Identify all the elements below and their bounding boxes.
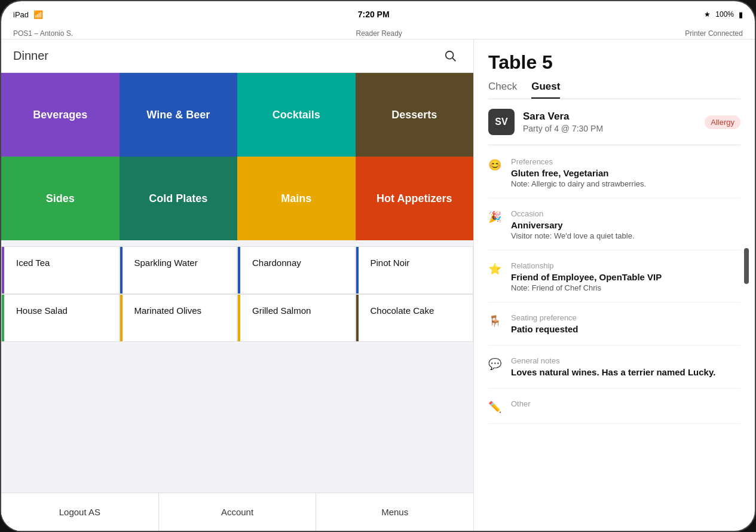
occasion-label: Occasion <box>511 209 740 218</box>
category-cold-plates[interactable]: Cold Plates <box>120 157 238 240</box>
menu-item-iced-tea[interactable]: Iced Tea <box>1 246 120 294</box>
menu-grid: Beverages Wine & Beer Cocktails Desserts… <box>1 73 473 240</box>
menu-item-chardonnay[interactable]: Chardonnay <box>237 246 356 294</box>
other-content: Other <box>511 399 740 414</box>
other-icon: ✏️ <box>488 399 503 414</box>
occasion-note: Visitor note: We'd love a quiet table. <box>511 231 740 240</box>
battery-percent: 100% <box>715 10 734 19</box>
category-sides[interactable]: Sides <box>1 157 120 240</box>
bluetooth-icon: ★ <box>704 10 711 19</box>
seating-content: Seating preference Patio requested <box>511 313 740 335</box>
items-scroll: Iced Tea Sparkling Water Chardonnay <box>1 240 473 493</box>
tab-guest[interactable]: Guest <box>531 81 560 99</box>
relationship-note: Note: Friend of Chef Chris <box>511 283 740 292</box>
seating-label: Seating preference <box>511 313 740 322</box>
preferences-value: Gluten free, Vegetarian <box>511 168 740 178</box>
menu-item-marinated-olives[interactable]: Marinated Olives <box>120 294 238 342</box>
search-bar: Dinner <box>1 39 473 73</box>
relationship-row: ⭐ Relationship Friend of Employee, OpenT… <box>488 261 740 292</box>
general-notes-row: 💬 General notes Loves natural wines. Has… <box>488 356 740 378</box>
menu-item-grilled-salmon[interactable]: Grilled Salmon <box>237 294 356 342</box>
guest-header: SV Sara Vera Party of 4 @ 7:30 PM Allerg… <box>488 109 740 145</box>
category-wine-beer[interactable]: Wine & Beer <box>120 73 238 157</box>
clock: 7:20 PM <box>358 10 390 19</box>
preferences-row: 😊 Preferences Gluten free, Vegetarian No… <box>488 157 740 188</box>
category-desserts[interactable]: Desserts <box>356 73 474 157</box>
menu-item-chocolate-cake[interactable]: Chocolate Cake <box>356 294 474 342</box>
seating-section: 🪑 Seating preference Patio requested <box>488 313 740 346</box>
seating-row: 🪑 Seating preference Patio requested <box>488 313 740 335</box>
relationship-label: Relationship <box>511 261 740 270</box>
other-label: Other <box>511 399 740 408</box>
device-label: iPad <box>13 10 29 19</box>
general-notes-label: General notes <box>511 356 740 365</box>
reader-label: Reader Ready <box>356 29 402 38</box>
status-center: 7:20 PM <box>358 10 390 19</box>
preferences-icon: 😊 <box>488 157 503 188</box>
menu-item-house-salad[interactable]: House Salad <box>1 294 120 342</box>
menu-item-pinot-noir[interactable]: Pinot Noir <box>356 246 474 294</box>
svg-point-0 <box>446 51 454 59</box>
account-button[interactable]: Account <box>159 493 317 531</box>
printer-label: Printer Connected <box>685 29 743 38</box>
category-hot-appetizers[interactable]: Hot Appetizers <box>356 157 474 240</box>
items-area: Iced Tea Sparkling Water Chardonnay <box>1 240 473 531</box>
relationship-section: ⭐ Relationship Friend of Employee, OpenT… <box>488 261 740 302</box>
ipad-frame: iPad 📶 7:20 PM ★ 100% ▮ POS1 – Antonio S… <box>0 0 756 532</box>
guest-info: Sara Vera Party of 4 @ 7:30 PM <box>523 111 696 133</box>
main-content: Dinner Beverages Wine & Beer Cocktails <box>1 39 755 531</box>
left-panel: Dinner Beverages Wine & Beer Cocktails <box>1 39 473 531</box>
table-title: Table 5 <box>488 51 740 74</box>
logout-button[interactable]: Logout AS <box>1 493 159 531</box>
sub-status-bar: POS1 – Antonio S. Reader Ready Printer C… <box>1 27 755 39</box>
guest-party: Party of 4 @ 7:30 PM <box>523 124 696 133</box>
seating-icon: 🪑 <box>488 313 503 335</box>
category-mains[interactable]: Mains <box>237 157 356 240</box>
other-row: ✏️ Other <box>488 399 740 414</box>
general-notes-icon: 💬 <box>488 356 503 378</box>
general-notes-value: Loves natural wines. Has a terrier named… <box>511 367 740 377</box>
guest-name: Sara Vera <box>523 111 696 123</box>
wifi-icon: 📶 <box>33 10 43 19</box>
preferences-note: Note: Allergic to dairy and strawberries… <box>511 179 740 188</box>
preferences-label: Preferences <box>511 157 740 166</box>
relationship-content: Relationship Friend of Employee, OpenTab… <box>511 261 740 292</box>
preferences-section: 😊 Preferences Gluten free, Vegetarian No… <box>488 157 740 198</box>
pos-label: POS1 – Antonio S. <box>13 29 73 38</box>
relationship-value: Friend of Employee, OpenTable VIP <box>511 272 740 282</box>
seating-value: Patio requested <box>511 324 740 334</box>
battery-icon: ▮ <box>739 10 743 19</box>
tab-bar: Check Guest <box>488 81 740 99</box>
occasion-content: Occasion Anniversary Visitor note: We'd … <box>511 209 740 240</box>
preferences-content: Preferences Gluten free, Vegetarian Note… <box>511 157 740 188</box>
occasion-icon: 🎉 <box>488 209 503 240</box>
status-right: ★ 100% ▮ <box>704 10 743 19</box>
right-panel: Table 5 Check Guest SV Sara Vera Party o… <box>473 39 755 531</box>
menu-title: Dinner <box>13 49 48 63</box>
general-notes-section: 💬 General notes Loves natural wines. Has… <box>488 356 740 389</box>
other-section: ✏️ Other <box>488 399 740 424</box>
category-beverages[interactable]: Beverages <box>1 73 120 157</box>
category-cocktails[interactable]: Cocktails <box>237 73 356 157</box>
search-button[interactable] <box>440 45 461 67</box>
status-bar: iPad 📶 7:20 PM ★ 100% ▮ <box>1 1 755 27</box>
menu-item-sparkling-water[interactable]: Sparkling Water <box>120 246 238 294</box>
menus-button[interactable]: Menus <box>316 493 473 531</box>
allergy-badge: Allergy <box>705 115 740 129</box>
occasion-row: 🎉 Occasion Anniversary Visitor note: We'… <box>488 209 740 240</box>
avatar: SV <box>488 109 515 135</box>
tab-check[interactable]: Check <box>488 81 517 99</box>
bottom-bar: Logout AS Account Menus <box>1 493 473 531</box>
side-button-right <box>744 248 749 284</box>
occasion-section: 🎉 Occasion Anniversary Visitor note: We'… <box>488 209 740 250</box>
occasion-value: Anniversary <box>511 220 740 230</box>
general-notes-content: General notes Loves natural wines. Has a… <box>511 356 740 378</box>
items-grid: Iced Tea Sparkling Water Chardonnay <box>1 246 473 342</box>
svg-line-1 <box>452 58 455 61</box>
status-left: iPad 📶 <box>13 10 43 19</box>
relationship-icon: ⭐ <box>488 261 503 292</box>
